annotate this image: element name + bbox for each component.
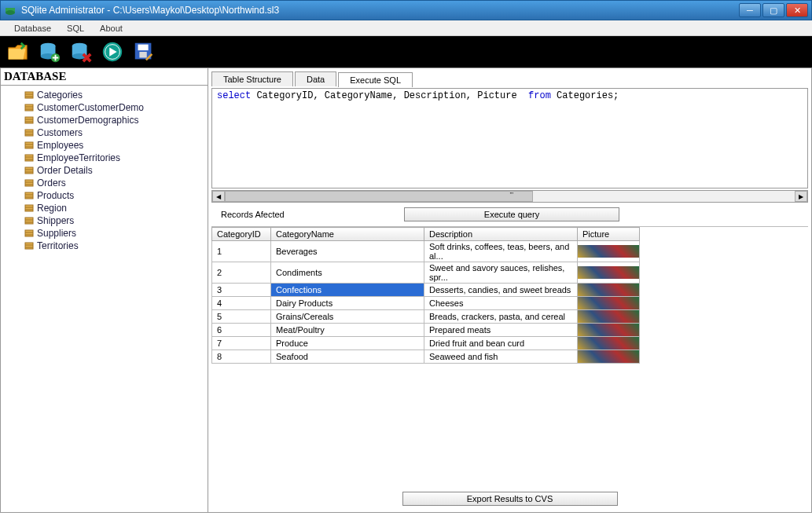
scroll-left-icon[interactable]: ◀: [212, 191, 225, 202]
cell[interactable]: Confections: [271, 284, 424, 297]
cell[interactable]: Soft drinks, coffees, teas, beers, and a…: [424, 241, 578, 262]
save-edit-button[interactable]: [130, 38, 157, 65]
picture-thumbnail: [578, 284, 639, 296]
picture-cell[interactable]: [578, 350, 640, 364]
cell[interactable]: Seafood: [271, 350, 424, 364]
table-row[interactable]: 2CondimentsSweet and savory sauces, reli…: [212, 262, 640, 284]
cell[interactable]: Desserts, candies, and sweet breads: [424, 284, 578, 297]
sql-horizontal-scrollbar[interactable]: ◀ ''' ▶: [211, 190, 808, 203]
add-database-button[interactable]: [36, 38, 63, 65]
table-row[interactable]: 1BeveragesSoft drinks, coffees, teas, be…: [212, 241, 640, 262]
table-item-customerdemographics[interactable]: CustomerDemographics: [24, 114, 208, 126]
table-row[interactable]: 6Meat/PoultryPrepared meats: [212, 324, 640, 337]
table-row[interactable]: 7ProduceDried fruit and bean curd: [212, 337, 640, 350]
table-item-customers[interactable]: Customers: [24, 126, 208, 139]
cell[interactable]: Beverages: [271, 241, 424, 262]
svg-rect-18: [25, 104, 33, 111]
minimize-button[interactable]: ─: [739, 3, 761, 17]
cell[interactable]: 2: [212, 262, 271, 284]
table-icon: [24, 90, 34, 100]
table-label: Categories: [37, 90, 83, 101]
table-item-categories[interactable]: Categories: [24, 89, 208, 101]
picture-cell[interactable]: [578, 241, 640, 262]
svg-rect-14: [139, 52, 146, 58]
open-folder-button[interactable]: [5, 38, 31, 65]
close-button[interactable]: ✕: [786, 3, 808, 17]
cell[interactable]: 1: [212, 241, 271, 262]
menu-database[interactable]: Database: [6, 23, 59, 34]
cell[interactable]: Meat/Poultry: [271, 324, 424, 337]
cell[interactable]: Dairy Products: [271, 297, 424, 310]
cell[interactable]: Cheeses: [424, 297, 578, 310]
menu-sql[interactable]: SQL: [59, 23, 92, 34]
cell[interactable]: 3: [212, 284, 271, 297]
picture-cell[interactable]: [578, 324, 640, 337]
table-item-region[interactable]: Region: [24, 202, 208, 214]
results-panel[interactable]: CategoryIDCategoryNameDescriptionPicture…: [211, 226, 808, 487]
table-label: CustomerDemographics: [37, 115, 138, 126]
cell[interactable]: Dried fruit and bean curd: [424, 337, 578, 350]
table-icon: [24, 103, 34, 112]
table-icon: [24, 128, 34, 137]
table-label: Customers: [37, 127, 83, 138]
cell[interactable]: Breads, crackers, pasta, and cereal: [424, 310, 578, 324]
cell[interactable]: 6: [212, 324, 271, 337]
picture-cell[interactable]: [578, 297, 640, 310]
picture-thumbnail: [578, 266, 639, 279]
table-item-order-details[interactable]: Order Details: [24, 164, 208, 177]
picture-cell[interactable]: [578, 284, 640, 297]
window-titlebar: SQlite Administrator - C:\Users\Maykol\D…: [0, 0, 812, 20]
cell[interactable]: Produce: [271, 337, 424, 350]
table-item-shippers[interactable]: Shippers: [24, 214, 208, 227]
scroll-right-icon[interactable]: ▶: [795, 191, 807, 202]
execute-query-button[interactable]: Execute query: [404, 207, 619, 221]
table-item-territories[interactable]: Territories: [24, 240, 208, 252]
content-pane: Table Structure Data Execute SQL select …: [208, 68, 812, 513]
tab-execute-sql[interactable]: Execute SQL: [338, 72, 413, 87]
svg-rect-24: [25, 130, 33, 136]
table-row[interactable]: 3ConfectionsDesserts, candies, and sweet…: [212, 284, 640, 297]
table-item-products[interactable]: Products: [24, 189, 208, 202]
cell[interactable]: Sweet and savory sauces, relishes, spr..…: [424, 262, 578, 284]
cell[interactable]: Seaweed and fish: [424, 350, 578, 364]
table-item-customercustomerdemo[interactable]: CustomerCustomerDemo: [24, 101, 208, 114]
column-header-categoryname[interactable]: CategoryName: [271, 228, 424, 241]
table-label: CustomerCustomerDemo: [37, 102, 144, 113]
cell[interactable]: 8: [212, 350, 271, 364]
table-item-employees[interactable]: Employees: [24, 139, 208, 152]
menu-about[interactable]: About: [92, 23, 130, 34]
svg-rect-15: [25, 92, 33, 98]
table-icon: [24, 166, 34, 175]
sql-keyword-from: from: [523, 90, 551, 101]
table-item-suppliers[interactable]: Suppliers: [24, 227, 208, 240]
run-button[interactable]: [99, 38, 126, 65]
column-header-categoryid[interactable]: CategoryID: [212, 228, 271, 241]
table-row[interactable]: 5Grains/CerealsBreads, crackers, pasta, …: [212, 310, 640, 324]
picture-cell[interactable]: [578, 310, 640, 324]
svg-rect-45: [25, 218, 33, 224]
table-row[interactable]: 4Dairy ProductsCheeses: [212, 297, 640, 310]
sql-editor[interactable]: select CategoryID, CategoryName, Descrip…: [211, 88, 808, 188]
cell[interactable]: 4: [212, 297, 271, 310]
cell[interactable]: Grains/Cereals: [271, 310, 424, 324]
table-item-employeeterritories[interactable]: EmployeeTerritories: [24, 152, 208, 164]
tab-data[interactable]: Data: [295, 71, 336, 86]
scroll-thumb[interactable]: [225, 191, 533, 202]
table-icon: [24, 153, 34, 163]
cell[interactable]: 5: [212, 310, 271, 324]
table-row[interactable]: 8SeafoodSeaweed and fish: [212, 350, 640, 364]
cell[interactable]: 7: [212, 337, 271, 350]
tab-table-structure[interactable]: Table Structure: [211, 71, 293, 86]
cell[interactable]: Condiments: [271, 262, 424, 284]
window-title: SQlite Administrator - C:\Users\Maykol\D…: [21, 5, 739, 16]
picture-cell[interactable]: [578, 262, 640, 284]
picture-cell[interactable]: [578, 337, 640, 350]
svg-rect-51: [25, 243, 33, 249]
export-csv-button[interactable]: Export Results to CVS: [402, 492, 618, 506]
column-header-description[interactable]: Description: [424, 228, 578, 241]
column-header-picture[interactable]: Picture: [578, 228, 640, 241]
maximize-button[interactable]: ▢: [762, 3, 784, 17]
table-item-orders[interactable]: Orders: [24, 177, 208, 189]
delete-database-button[interactable]: [68, 38, 94, 65]
cell[interactable]: Prepared meats: [424, 324, 578, 337]
